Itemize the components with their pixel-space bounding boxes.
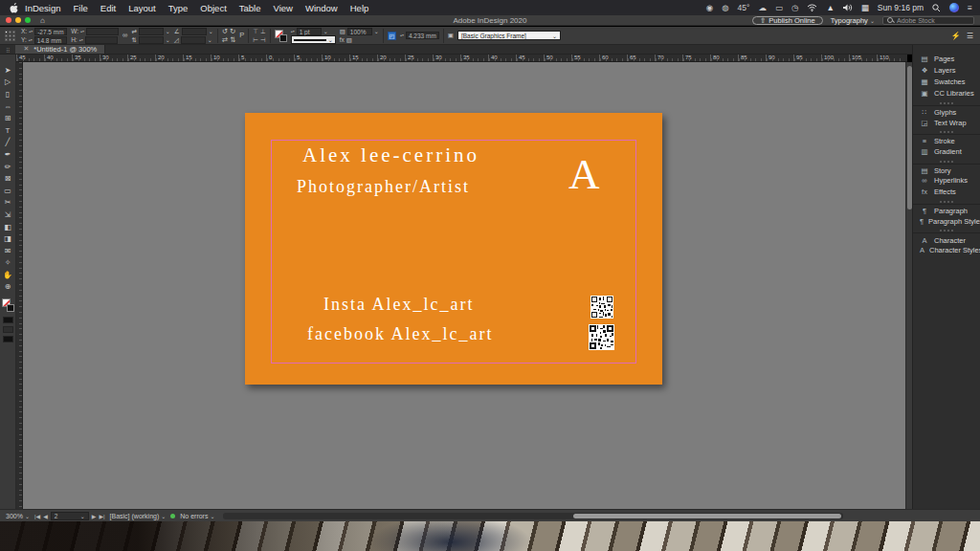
menubar-menu-item[interactable]: Layout: [128, 3, 156, 13]
card-instagram-text[interactable]: Insta Alex_lc_art: [323, 295, 474, 315]
constrain-proportions-icon[interactable]: ∞: [122, 32, 127, 39]
tool-button[interactable]: ╱: [1, 137, 15, 149]
tool-button[interactable]: ⇲: [1, 209, 15, 221]
tool-button[interactable]: ⊕: [1, 281, 15, 294]
align-top-button[interactable]: ⊤: [253, 28, 258, 35]
home-icon[interactable]: ⌂: [40, 16, 45, 25]
panel-button[interactable]: ¶ Paragraph Styles: [913, 215, 980, 227]
panel-button[interactable]: ¶ Paragraph: [913, 204, 980, 215]
scale-y-field[interactable]: [139, 36, 164, 44]
menubar-menu-item[interactable]: View: [274, 3, 293, 13]
panel-button[interactable]: ≡ Stroke: [913, 134, 980, 145]
adobe-stock-search-input[interactable]: Adobe Stock: [882, 16, 974, 25]
horizontal-scrollbar[interactable]: [223, 513, 843, 519]
menubar-status-icon[interactable]: 45°: [738, 3, 750, 12]
publish-online-button[interactable]: ⇧ Publish Online: [752, 16, 823, 25]
menubar-menu-item[interactable]: File: [74, 3, 88, 13]
panel-button[interactable]: ▤ Pages: [913, 53, 980, 64]
flip-vertical-button[interactable]: ⇅: [230, 36, 235, 44]
panel-menu-icon[interactable]: ☰: [967, 32, 973, 40]
apply-color-button[interactable]: [3, 317, 13, 323]
tool-button[interactable]: ✋: [1, 269, 15, 281]
height-field[interactable]: [85, 36, 118, 44]
zoom-window-button[interactable]: [25, 17, 31, 23]
align-bottom-button[interactable]: ⊥: [260, 28, 266, 35]
minimize-window-button[interactable]: [15, 17, 21, 23]
align-left-button[interactable]: ⊢: [253, 36, 258, 44]
tool-button[interactable]: ➤: [1, 64, 15, 77]
apple-logo-icon[interactable]: [8, 3, 19, 13]
tool-button[interactable]: ⊞: [1, 112, 15, 124]
tool-button[interactable]: ▭: [1, 185, 15, 197]
rotate-ccw-button[interactable]: ↺: [222, 28, 228, 35]
reference-point-proxy[interactable]: [5, 31, 15, 41]
vertical-ruler[interactable]: [16, 62, 23, 509]
horizontal-scrollbar-thumb[interactable]: [573, 514, 841, 518]
panel-button[interactable]: ∷ Glyphs: [913, 105, 980, 117]
tool-button[interactable]: ✉: [1, 245, 15, 257]
shear-field[interactable]: [181, 36, 206, 44]
quick-apply-icon[interactable]: ⚡: [951, 32, 961, 40]
card-name-text[interactable]: Alex lee-cerrino: [302, 143, 479, 167]
menubar-menu-item[interactable]: Help: [350, 3, 369, 13]
qr-code-top[interactable]: [590, 296, 613, 319]
menubar-menu-item[interactable]: Table: [239, 3, 261, 13]
card-role-text[interactable]: Photographer/Artist: [297, 177, 470, 197]
panel-button[interactable]: ▦ Swatches: [913, 76, 980, 87]
panel-button[interactable]: ◲ Text Wrap: [913, 117, 980, 128]
tool-button[interactable]: ▯: [1, 88, 15, 100]
stroke-fill-proxy[interactable]: [275, 30, 287, 42]
tool-button[interactable]: ✂: [1, 197, 15, 209]
panel-button[interactable]: ▥ Gradient: [913, 145, 980, 157]
menubar-status-icon[interactable]: ☁: [758, 3, 767, 12]
panel-button[interactable]: ▤ Story: [913, 164, 980, 175]
scale-x-field[interactable]: [139, 28, 164, 35]
last-page-button[interactable]: ▶|: [99, 513, 104, 519]
business-card-page[interactable]: Alex lee-cerrino Photographer/Artist A I…: [245, 113, 662, 385]
horizontal-ruler[interactable]: 4540353025201510505101520253035404550556…: [16, 55, 907, 62]
stroke-style-dropdown[interactable]: ⌄: [291, 35, 336, 44]
zoom-level-dropdown[interactable]: 300%⌄: [6, 513, 30, 519]
apply-gradient-button[interactable]: [3, 326, 13, 333]
menubar-menu-item[interactable]: Object: [200, 3, 226, 13]
close-window-button[interactable]: [6, 17, 11, 23]
stroke-weight-field[interactable]: 1 pt: [297, 28, 322, 35]
opacity-field[interactable]: 100%: [347, 28, 372, 35]
panel-button[interactable]: fx Effects: [913, 187, 980, 198]
corner-options-icon[interactable]: ◰: [388, 32, 396, 40]
menubar-status-icon[interactable]: ◉: [706, 3, 713, 12]
wifi-icon[interactable]: [807, 4, 817, 11]
tool-button[interactable]: ⊠: [1, 172, 15, 185]
preflight-errors-dropdown[interactable]: No errors ⌄: [180, 513, 214, 519]
document-tab[interactable]: ✕ *Untitled-1 @ 300%: [15, 44, 105, 54]
document-canvas[interactable]: Alex lee-cerrino Photographer/Artist A I…: [23, 62, 905, 509]
menubar-menu-item[interactable]: Window: [305, 3, 338, 13]
x-position-field[interactable]: -27.5 mm: [34, 28, 67, 35]
volume-icon[interactable]: [843, 4, 853, 11]
drop-shadow-icon[interactable]: ▧: [346, 36, 352, 44]
width-field[interactable]: [86, 28, 119, 35]
effects-icon[interactable]: fx: [340, 36, 345, 44]
menubar-menu-item[interactable]: InDesign: [25, 3, 61, 13]
tools-fill-swatch[interactable]: [7, 304, 14, 312]
panel-button[interactable]: ∞ Hyperlinks: [913, 175, 980, 187]
menubar-menu-item[interactable]: Type: [168, 3, 189, 13]
tool-button[interactable]: ⇔: [1, 100, 15, 113]
tool-button[interactable]: ✧: [1, 257, 15, 270]
spotlight-search-icon[interactable]: [932, 4, 941, 12]
panel-button[interactable]: ▣ CC Libraries: [913, 88, 980, 99]
align-right-button[interactable]: ⊣: [260, 36, 266, 44]
page-number-field[interactable]: 2⌄: [51, 512, 89, 520]
tool-button[interactable]: ◧: [1, 221, 15, 233]
panel-button[interactable]: A Character Styles: [913, 245, 980, 256]
menubar-menu-item[interactable]: Edit: [100, 3, 116, 13]
menubar-status-icon[interactable]: ◍: [722, 3, 728, 12]
keyboard-icon[interactable]: ▦: [861, 3, 869, 12]
tool-button[interactable]: T: [1, 124, 15, 137]
rotate-cw-button[interactable]: ↻: [230, 28, 235, 35]
preflight-profile-dropdown[interactable]: [Basic] (working) ⌄: [110, 513, 167, 519]
tool-button[interactable]: ✒: [1, 148, 15, 161]
first-page-button[interactable]: |◀: [34, 513, 40, 519]
close-tab-icon[interactable]: ✕: [23, 45, 29, 53]
eject-icon[interactable]: ▲: [826, 3, 834, 12]
